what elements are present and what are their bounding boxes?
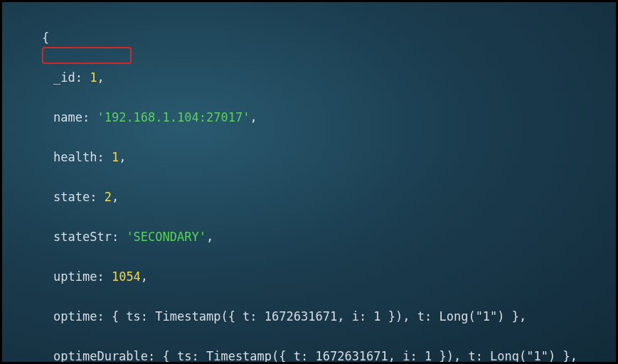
- line-open-brace: {: [2, 28, 616, 48]
- line-statestr: stateStr: 'SECONDARY',: [2, 227, 616, 247]
- line-state: state: 2,: [2, 187, 616, 207]
- line-uptime: uptime: 1054,: [2, 267, 616, 287]
- line-health: health: 1,: [2, 147, 616, 167]
- code-block: { _id: 1, name: '192.168.1.104:27017', h…: [2, 2, 616, 364]
- line-id: _id: 1,: [2, 68, 616, 87]
- line-optime: optime: { ts: Timestamp({ t: 1672631671,…: [2, 306, 616, 326]
- line-optimedurable: optimeDurable: { ts: Timestamp({ t: 1672…: [2, 346, 616, 364]
- line-name: name: '192.168.1.104:27017',: [2, 107, 616, 127]
